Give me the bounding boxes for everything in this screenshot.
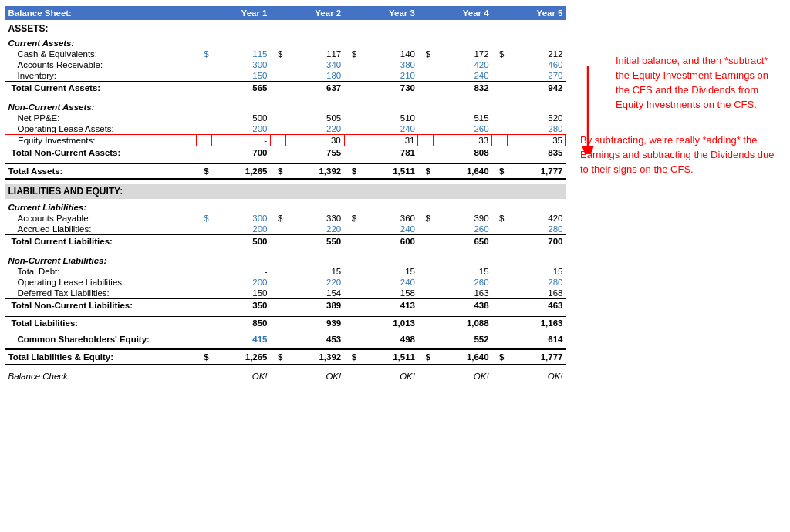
lease-liab-label: Operating Lease Liabilities: bbox=[5, 277, 197, 288]
lease-liab-y1: 200 bbox=[212, 277, 271, 288]
total-non-current-liab-y5: 463 bbox=[508, 299, 566, 312]
deferred-tax-label: Deferred Tax Liabilities: bbox=[5, 288, 197, 299]
deferred-tax-y2: 154 bbox=[285, 288, 344, 299]
total-non-current-liab-y1: 350 bbox=[212, 299, 271, 312]
total-assets-y3: 1,511 bbox=[360, 163, 418, 179]
col-year5: Year 5 bbox=[492, 6, 566, 20]
lease-assets-row: Operating Lease Assets: 200 220 240 260 … bbox=[5, 123, 566, 135]
ppe-row: Net PP&E: 500 505 510 515 520 bbox=[5, 113, 566, 123]
ap-dollar-y2: $ bbox=[271, 213, 286, 224]
total-liab-equity-y4: 1,640 bbox=[434, 349, 492, 365]
total-debt-label: Total Debt: bbox=[5, 266, 197, 277]
ppe-y3: 510 bbox=[360, 113, 418, 123]
annotation-section: Initial balance, and then *subtract* the… bbox=[571, 0, 790, 532]
deferred-tax-y4: 163 bbox=[434, 288, 492, 299]
ar-y5: 460 bbox=[508, 59, 566, 70]
non-current-assets-header: Non-Current Assets: bbox=[5, 99, 566, 113]
equity-y1: 415 bbox=[212, 334, 271, 345]
deferred-tax-row: Deferred Tax Liabilities: 150 154 158 16… bbox=[5, 288, 566, 299]
inventory-y3: 210 bbox=[360, 70, 418, 82]
table-header: Balance Sheet: Year 1 Year 2 Year 3 Year… bbox=[5, 6, 566, 20]
deferred-tax-y1: 150 bbox=[212, 288, 271, 299]
liabilities-equity-header: LIABILITIES AND EQUITY: bbox=[5, 184, 566, 199]
total-current-liab-label: Total Current Liabilities: bbox=[5, 235, 197, 248]
ap-row: Accounts Payable: $ 300 $ 330 $ 360 $ 39… bbox=[5, 213, 566, 224]
total-debt-y3: 15 bbox=[360, 266, 418, 277]
assets-header: ASSETS: bbox=[5, 20, 566, 35]
total-non-current-liab-y2: 389 bbox=[285, 299, 344, 312]
total-liab-equity-y5: 1,777 bbox=[508, 349, 566, 365]
accrued-y5: 280 bbox=[508, 224, 566, 235]
cash-dollar-y5: $ bbox=[492, 49, 508, 59]
col-year3: Year 3 bbox=[344, 6, 418, 20]
total-liab-equity-dollar-y5: $ bbox=[492, 349, 508, 365]
cash-dollar-y2: $ bbox=[271, 49, 286, 59]
total-current-assets-y5: 942 bbox=[508, 82, 566, 95]
total-assets-dollar-y1: $ bbox=[197, 163, 212, 179]
ap-label: Accounts Payable: bbox=[5, 213, 197, 224]
total-liab-equity-label: Total Liabilities & Equity: bbox=[5, 349, 197, 365]
total-assets-label: Total Assets: bbox=[5, 163, 197, 179]
total-current-liab-y1: 500 bbox=[212, 235, 271, 248]
total-current-liab-y2: 550 bbox=[285, 235, 344, 248]
total-liab-y2: 939 bbox=[285, 316, 344, 329]
lease-liab-y4: 260 bbox=[434, 277, 492, 288]
col-year4: Year 4 bbox=[418, 6, 492, 20]
inventory-y4: 240 bbox=[434, 70, 492, 82]
lease-assets-y2: 220 bbox=[285, 123, 344, 135]
total-liab-equity-dollar-y3: $ bbox=[344, 349, 360, 365]
total-non-current-assets-label: Total Non-Current Assets: bbox=[5, 146, 197, 160]
lease-assets-y4: 260 bbox=[434, 123, 492, 135]
inventory-y5: 270 bbox=[508, 70, 566, 82]
total-non-current-liab-y3: 413 bbox=[360, 299, 418, 312]
total-liab-y5: 1,163 bbox=[508, 316, 566, 329]
total-non-current-liab-label: Total Non-Current Liabilities: bbox=[5, 299, 197, 312]
cash-y3: 140 bbox=[360, 49, 418, 59]
total-non-current-liab-row: Total Non-Current Liabilities: 350 389 4… bbox=[5, 299, 566, 312]
total-non-current-assets-y5: 835 bbox=[508, 146, 566, 160]
ar-y4: 420 bbox=[434, 59, 492, 70]
equity-row: Common Shareholders' Equity: 415 453 498… bbox=[5, 334, 566, 345]
total-liab-label: Total Liabilities: bbox=[5, 316, 197, 329]
annotation-text-1: Initial balance, and then *subtract* the… bbox=[616, 54, 781, 112]
cash-dollar-y3: $ bbox=[344, 49, 360, 59]
accrued-y1: 200 bbox=[212, 224, 271, 235]
ap-dollar-y5: $ bbox=[492, 213, 508, 224]
cash-label: Cash & Equivalents: bbox=[5, 49, 197, 59]
ap-y1: 300 bbox=[212, 213, 271, 224]
ap-y2: 330 bbox=[285, 213, 344, 224]
balance-check-label: Balance Check: bbox=[5, 369, 197, 383]
non-current-liab-header: Non-Current Liabilities: bbox=[5, 252, 566, 266]
total-current-liab-y5: 700 bbox=[508, 235, 566, 248]
ppe-label: Net PP&E: bbox=[5, 113, 197, 123]
total-current-liab-y3: 600 bbox=[360, 235, 418, 248]
lease-liab-row: Operating Lease Liabilities: 200 220 240… bbox=[5, 277, 566, 288]
inventory-y2: 180 bbox=[285, 70, 344, 82]
accrued-y4: 260 bbox=[434, 224, 492, 235]
accrued-label: Accrued Liabilities: bbox=[5, 224, 197, 235]
lease-assets-label: Operating Lease Assets: bbox=[5, 123, 197, 135]
balance-check-y5: OK! bbox=[508, 369, 566, 383]
ppe-y4: 515 bbox=[434, 113, 492, 123]
total-assets-y2: 1,392 bbox=[285, 163, 344, 179]
total-current-assets-row: Total Current Assets: 565 637 730 832 94… bbox=[5, 82, 566, 95]
total-liab-equity-y2: 1,392 bbox=[285, 349, 344, 365]
lease-liab-y5: 280 bbox=[508, 277, 566, 288]
total-debt-y2: 15 bbox=[285, 266, 344, 277]
col-year1: Year 1 bbox=[197, 6, 271, 20]
ap-dollar-y1: $ bbox=[197, 213, 212, 224]
total-liab-y4: 1,088 bbox=[434, 316, 492, 329]
balance-sheet-section: Balance Sheet: Year 1 Year 2 Year 3 Year… bbox=[0, 0, 571, 532]
inventory-row: Inventory: 150 180 210 240 270 bbox=[5, 70, 566, 82]
ap-y4: 390 bbox=[434, 213, 492, 224]
equity-label: Common Shareholders' Equity: bbox=[5, 334, 197, 345]
ap-dollar-y4: $ bbox=[418, 213, 434, 224]
total-liab-equity-y1: 1,265 bbox=[212, 349, 271, 365]
ar-y1: 300 bbox=[212, 59, 271, 70]
balance-check-y3: OK! bbox=[360, 369, 418, 383]
cash-y4: 172 bbox=[434, 49, 492, 59]
col-year2: Year 2 bbox=[271, 6, 345, 20]
equity-investments-label: Equity Investments: bbox=[5, 135, 197, 146]
current-assets-header: Current Assets: bbox=[5, 35, 566, 49]
equity-investments-y1: - bbox=[212, 135, 271, 146]
